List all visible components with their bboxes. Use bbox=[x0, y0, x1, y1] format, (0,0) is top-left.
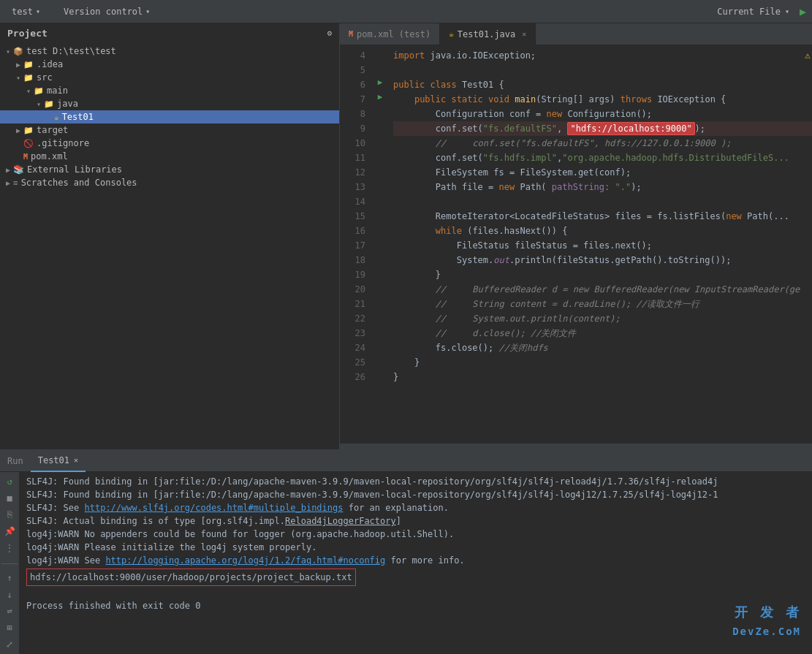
vcs-tab[interactable]: Version control ▾ bbox=[58, 4, 156, 20]
run-icon[interactable]: ▶ bbox=[800, 5, 806, 18]
tree-label-src: src bbox=[37, 72, 53, 83]
line-numbers: 4 5 6 7 8 9 10 11 12 13 14 15 16 17 18 1… bbox=[340, 45, 373, 444]
tab-pom-label: pom.xml (test) bbox=[357, 29, 430, 39]
run-panel-content: SLF4J: Found binding in [jar:file:/D:/la… bbox=[19, 472, 812, 654]
java-file-icon: ☕ bbox=[54, 113, 59, 122]
editor-horizontal-scrollbar[interactable] bbox=[340, 444, 812, 449]
run-gutter-6[interactable]: ▶ bbox=[373, 77, 387, 92]
run-tab-run[interactable]: Run bbox=[0, 450, 31, 472]
run-output-exit: Process finished with exit code 0 bbox=[26, 599, 805, 612]
tree-item-Test01[interactable]: ☕ Test01 bbox=[0, 110, 339, 123]
sidebar-header: Project ⚙ bbox=[0, 23, 339, 43]
restore-icon[interactable]: ⎘ bbox=[2, 508, 17, 522]
more-icon[interactable]: ⋮ bbox=[2, 541, 17, 555]
tree-label-pom: pom.xml bbox=[31, 151, 68, 161]
slf4j-link[interactable]: http://www.slf4j.org/codes.html#multiple… bbox=[84, 503, 343, 513]
run-left-icons: ↺ ■ ⎘ 📌 ⋮ ↑ ↓ ⇌ ⊞ ⤢ bbox=[0, 472, 19, 654]
vcs-chevron-icon: ▾ bbox=[145, 7, 150, 15]
code-editor[interactable]: 4 5 6 7 8 9 10 11 12 13 14 15 16 17 18 1… bbox=[340, 45, 812, 444]
project-tab[interactable]: test ▾ bbox=[6, 4, 46, 20]
folder-icon-src: 📁 bbox=[23, 73, 34, 83]
rerun-icon[interactable]: ↺ bbox=[2, 475, 17, 489]
code-line-26: } bbox=[393, 370, 812, 384]
top-bar: test ▾ Version control ▾ Current File ▾ … bbox=[0, 0, 812, 23]
tree-item-main[interactable]: ▾ 📁 main bbox=[0, 84, 339, 97]
run-gutter-7[interactable]: ▶ bbox=[373, 92, 387, 107]
run-panel-tabs: Run Test01 ✕ bbox=[0, 450, 812, 472]
tree-item-target[interactable]: ▶ 📁 target bbox=[0, 123, 339, 137]
tree-item-pom[interactable]: M pom.xml bbox=[0, 150, 339, 163]
wrap-icon[interactable]: ⇌ bbox=[2, 604, 17, 618]
scroll-down-icon[interactable]: ↓ bbox=[2, 588, 17, 602]
run-output: SLF4J: Found binding in [jar:file:/D:/la… bbox=[19, 472, 812, 654]
tab-close-icon[interactable]: ✕ bbox=[522, 30, 526, 38]
tree-arrow-java: ▾ bbox=[34, 100, 44, 108]
code-line-16: while (files.hasNext()) { bbox=[393, 224, 812, 238]
scratches-icon: ≡ bbox=[13, 178, 18, 188]
xml-file-icon-pom: M bbox=[23, 153, 28, 161]
tree-label-scratches: Scratches and Consoles bbox=[21, 178, 137, 188]
tab-Test01-label: Test01.java bbox=[458, 29, 515, 39]
stop-icon[interactable]: ■ bbox=[2, 492, 17, 506]
sidebar: Project ⚙ ▾ 📦 test D:\test\test ▶ 📁 .ide… bbox=[0, 23, 340, 449]
tree-item-extlibs[interactable]: ▶ 📚 External Libraries bbox=[0, 163, 339, 176]
tab-Test01[interactable]: ☕ Test01.java ✕ bbox=[440, 23, 536, 45]
tree-label-Test01: Test01 bbox=[62, 112, 94, 122]
run-output-line: log4j:WARN Please initialize the log4j s… bbox=[26, 541, 805, 554]
run-output-highlight: hdfs://localhost:9000/user/hadoop/projec… bbox=[26, 569, 805, 586]
folder-icon-idea: 📁 bbox=[23, 60, 34, 69]
run-output-line: log4j:WARN No appenders could be found f… bbox=[26, 528, 805, 541]
tab-pom[interactable]: M pom.xml (test) bbox=[340, 23, 440, 45]
code-line-19: } bbox=[393, 267, 812, 282]
run-tab-run-label: Run bbox=[7, 456, 23, 466]
tree-label-idea: .idea bbox=[37, 59, 63, 69]
xml-tab-icon: M bbox=[349, 30, 353, 38]
code-line-6: public class Test01 { bbox=[393, 77, 812, 92]
top-bar-left: test ▾ Version control ▾ bbox=[6, 4, 156, 20]
file-tree: ▾ 📦 test D:\test\test ▶ 📁 .idea ▾ 📁 src bbox=[0, 43, 339, 191]
code-line-10: // conf.set("fs.defaultFS", hdfs://127.0… bbox=[393, 136, 812, 151]
vcs-tab-label: Version control bbox=[64, 7, 143, 17]
run-output-line-link1: SLF4J: See http://www.slf4j.org/codes.ht… bbox=[26, 501, 805, 514]
code-line-9: conf.set("fs.defaultFS", "hdfs://localho… bbox=[393, 121, 812, 136]
code-line-14 bbox=[393, 194, 812, 209]
code-line-13: Path file = new Path( pathString: "."); bbox=[393, 180, 812, 194]
code-line-20: // BufferedReader d = new BufferedReader… bbox=[393, 282, 812, 297]
java-tab-icon: ☕ bbox=[449, 29, 454, 39]
project-tab-label: test bbox=[12, 7, 33, 17]
tree-arrow-scratches: ▶ bbox=[3, 179, 13, 187]
tree-item-gitignore[interactable]: 🚫 .gitignore bbox=[0, 137, 339, 150]
current-file-chevron-icon: ▾ bbox=[785, 7, 789, 15]
tree-label-target: target bbox=[37, 125, 68, 135]
filter-icon[interactable]: ⊞ bbox=[2, 621, 17, 635]
settings-icon[interactable]: ⚙ bbox=[327, 28, 332, 38]
tree-item-src[interactable]: ▾ 📁 src bbox=[0, 71, 339, 84]
run-tab-Test01[interactable]: Test01 ✕ bbox=[31, 450, 86, 472]
tree-arrow-idea: ▶ bbox=[13, 61, 23, 69]
expand-icon[interactable]: ⤢ bbox=[2, 637, 17, 651]
tree-item-idea[interactable]: ▶ 📁 .idea bbox=[0, 58, 339, 71]
run-tab-close-icon[interactable]: ✕ bbox=[74, 456, 78, 464]
tree-label-extlibs: External Libraries bbox=[27, 164, 122, 175]
code-line-17: FileStatus fileStatus = files.next(); bbox=[393, 238, 812, 253]
code-line-25: } bbox=[393, 355, 812, 370]
code-line-18: System.out.println(fileStatus.getPath().… bbox=[393, 253, 812, 267]
code-line-8: Configuration conf = new Configuration()… bbox=[393, 107, 812, 121]
run-output-line-link2: log4j:WARN See http://logging.apache.org… bbox=[26, 554, 805, 567]
tree-item-scratches[interactable]: ▶ ≡ Scratches and Consoles bbox=[0, 176, 339, 189]
pin-icon[interactable]: 📌 bbox=[2, 525, 17, 539]
tree-item-java[interactable]: ▾ 📁 java bbox=[0, 97, 339, 110]
tree-label-gitignore: .gitignore bbox=[37, 138, 89, 148]
code-line-12: FileSystem fs = FileSystem.get(conf); bbox=[393, 165, 812, 180]
code-line-23: // d.close(); //关闭文件 bbox=[393, 326, 812, 341]
run-tab-Test01-label: Test01 bbox=[38, 455, 69, 465]
log4j-link[interactable]: http://logging.apache.org/log4j/1.2/faq.… bbox=[105, 555, 385, 566]
gitignore-icon: 🚫 bbox=[23, 139, 34, 148]
sidebar-tree: ▾ 📦 test D:\test\test ▶ 📁 .idea ▾ 📁 src bbox=[0, 43, 339, 447]
current-file-area[interactable]: Current File ▾ ▶ bbox=[717, 5, 806, 18]
scroll-up-icon[interactable]: ↑ bbox=[2, 571, 17, 585]
code-line-22: // System.out.println(content); bbox=[393, 311, 812, 326]
project-chevron-icon: ▾ bbox=[36, 7, 40, 15]
tree-item-test[interactable]: ▾ 📦 test D:\test\test bbox=[0, 45, 339, 58]
code-line-4: import java.io.IOException; bbox=[393, 48, 812, 63]
